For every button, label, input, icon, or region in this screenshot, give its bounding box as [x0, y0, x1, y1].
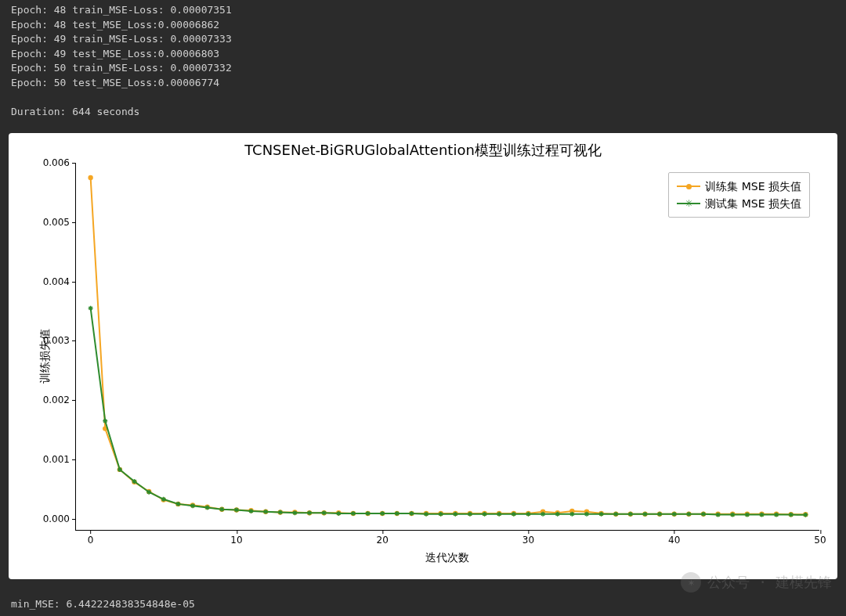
chart-figure: TCNSENet-BiGRUGlobalAttention模型训练过程可视化 训…: [9, 133, 837, 579]
legend: 训练集 MSE 损失值✳测试集 MSE 损失值: [668, 172, 810, 218]
x-tick: 30: [522, 530, 534, 546]
console-output: Epoch: 48 train_MSE-Loss: 0.00007351 Epo…: [0, 0, 846, 122]
chart-title: TCNSENet-BiGRUGlobalAttention模型训练过程可视化: [9, 141, 837, 160]
y-tick: 0.006: [29, 157, 76, 168]
y-tick: 0.003: [29, 335, 76, 346]
y-tick: 0.001: [29, 454, 76, 465]
legend-swatch: ✳: [677, 198, 700, 209]
y-tick: 0.002: [29, 394, 76, 405]
legend-label: 训练集 MSE 损失值: [705, 178, 801, 195]
x-tick: 10: [230, 530, 242, 546]
x-axis-label: 迭代次数: [75, 551, 819, 565]
svg-point-0: [88, 175, 92, 180]
x-tick: 50: [814, 530, 826, 546]
legend-label: 测试集 MSE 损失值: [705, 195, 801, 212]
chart-svg: [76, 163, 819, 530]
y-tick: 0.004: [29, 276, 76, 287]
legend-item: 训练集 MSE 损失值: [677, 178, 801, 195]
y-tick: 0.000: [29, 513, 76, 524]
footer-line: min_MSE: 6.442224838354848e-05: [11, 598, 195, 610]
x-tick: 0: [88, 530, 94, 546]
y-tick: 0.005: [29, 217, 76, 228]
legend-item: ✳测试集 MSE 损失值: [677, 195, 801, 212]
x-tick: 20: [377, 530, 389, 546]
plot-area: 训练集 MSE 损失值✳测试集 MSE 损失值 0.0000.0010.0020…: [75, 163, 819, 531]
x-tick: 40: [668, 530, 680, 546]
legend-swatch: [677, 181, 700, 192]
